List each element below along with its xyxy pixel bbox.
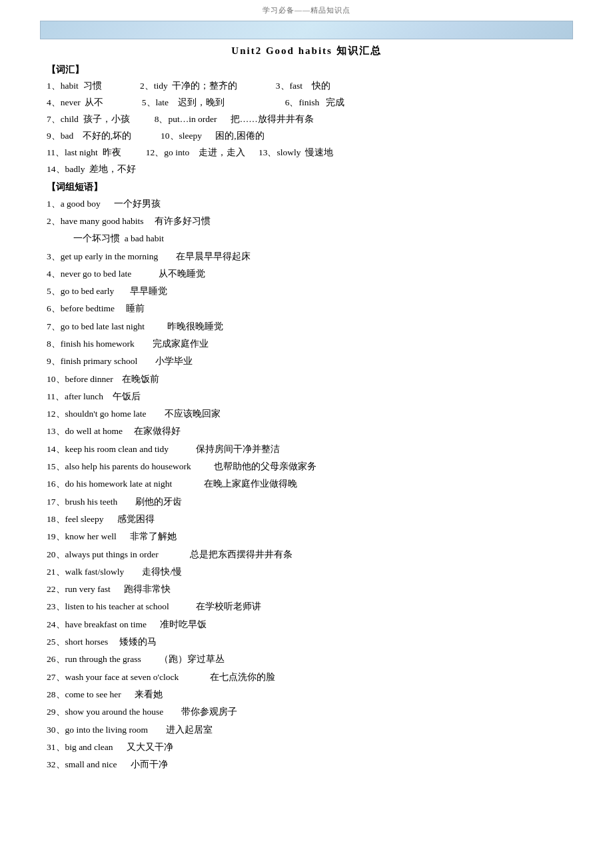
vocab-en: fast <box>290 81 303 91</box>
phrase-zh: 非常了解她 <box>130 531 177 541</box>
vocab-en: go into <box>164 147 189 157</box>
phrase-zh: 总是把东西摆得井井有条 <box>190 549 293 559</box>
phrase-num: 1、 <box>47 199 61 209</box>
phrase-26: 26、run through the grass （跑）穿过草丛 <box>47 651 566 667</box>
vocab-en: child <box>61 114 79 124</box>
phrase-zh: 小学毕业 <box>155 356 193 366</box>
phrase-9: 9、finish primary school 小学毕业 <box>47 353 566 369</box>
vocab-zh: 干净的；整齐的 <box>172 81 237 91</box>
phrase-en: do well at home <box>65 426 123 436</box>
vocab-num: 6、 <box>285 97 299 107</box>
phrase-25: 25、short horses 矮矮的马 <box>47 634 566 650</box>
vocab-en: badly <box>65 164 85 174</box>
phrase-29: 29、show you around the house 带你参观房子 <box>47 704 566 720</box>
phrase-en: brush his teeth <box>65 497 118 507</box>
phrase-8: 8、finish his homework 完成家庭作业 <box>47 336 566 352</box>
phrase-en: a bad habit <box>125 233 164 243</box>
phrase-num: 8、 <box>47 339 61 349</box>
vocab-row-5: 11、last night 昨夜 12、go into 走进，走入 13、slo… <box>47 145 566 161</box>
vocab-en: late <box>156 97 169 107</box>
phrase-zh: 午饭后 <box>113 391 141 401</box>
vocab-zh: 走进，走入 <box>199 147 245 157</box>
vocab-zh: 差地，不好 <box>89 164 136 174</box>
phrase-en: run through the grass <box>65 654 141 664</box>
phrase-num: 7、 <box>47 321 61 331</box>
vocab-zh: 把……放得井井有条 <box>231 114 314 124</box>
phrase-zh: 走得快/慢 <box>142 567 182 577</box>
phrase-en: know her well <box>65 531 117 541</box>
phrase-zh: （跑）穿过草丛 <box>159 654 225 664</box>
phrase-en: a good boy <box>61 199 101 209</box>
vocab-en: never <box>61 97 81 107</box>
phrase-num: 28、 <box>47 689 65 699</box>
vocab-num: 1、 <box>47 81 61 91</box>
phrase-en: have breakfast on time <box>65 619 147 629</box>
phrase-en: run very fast <box>65 584 111 594</box>
vocab-row-1: 1、habit 习惯 2、tidy 干净的；整齐的 3、fast 快的 <box>47 79 566 94</box>
phrase-en: before dinner <box>65 374 113 384</box>
phrase-18: 18、feel sleepy 感觉困得 <box>47 511 566 527</box>
phrase-num: 15、 <box>47 461 65 471</box>
phrase-zh: 带你参观房子 <box>181 707 237 717</box>
phrase-zh: 小而干净 <box>131 759 168 769</box>
phrase-num: 5、 <box>47 286 61 296</box>
vocab-zh: 从不 <box>85 97 103 107</box>
phrase-num: 25、 <box>47 637 65 647</box>
vocab-num: 7、 <box>47 114 61 124</box>
phrase-num: 31、 <box>47 742 65 752</box>
vocab-num: 14、 <box>47 164 65 174</box>
phrase-en: short horses <box>65 637 109 647</box>
phrase-en: show you around the house <box>65 707 164 717</box>
phrase-30: 30、go into the living room 进入起居室 <box>47 722 566 738</box>
watermark: 学习必备——精品知识点 <box>0 0 613 18</box>
phrase-zh: 保持房间干净并整洁 <box>196 444 280 454</box>
phrase-24: 24、have breakfast on time 准时吃早饭 <box>47 617 566 633</box>
phrase-num: 23、 <box>47 601 65 611</box>
phrase-num: 19、 <box>47 531 65 541</box>
vocab-zh: 快的 <box>312 81 330 91</box>
phrase-num: 32、 <box>47 759 65 769</box>
phrase-27: 27、wash your face at seven o'clock 在七点洗你… <box>47 669 566 685</box>
phrase-14: 14、keep his room clean and tidy 保持房间干净并整… <box>47 441 566 457</box>
phrase-en: finish primary school <box>61 356 137 366</box>
phrase-en: come to see her <box>65 689 121 699</box>
phrase-10: 10、before dinner 在晚饭前 <box>47 371 566 387</box>
phrase-num: 24、 <box>47 619 65 629</box>
vocab-num: 4、 <box>47 97 61 107</box>
phrase-zh: 进入起居室 <box>166 725 213 735</box>
phrase-22: 22、run very fast 跑得非常快 <box>47 581 566 597</box>
phrase-zh: 在晚上家庭作业做得晚 <box>204 479 297 489</box>
phrase-en: never go to bed late <box>61 269 131 279</box>
vocab-en: slowly <box>277 147 301 157</box>
phrase-zh: 一个好男孩 <box>114 199 161 209</box>
phrase-num: 3、 <box>47 251 61 261</box>
vocab-row-4: 9、bad 不好的,坏的 10、sleepy 困的,困倦的 <box>47 129 566 144</box>
phrase-4: 4、never go to bed late 从不晚睡觉 <box>47 266 566 282</box>
phrase-13: 13、do well at home 在家做得好 <box>47 423 566 439</box>
vocab-zh: 习惯 <box>83 81 102 91</box>
phrase-zh: 完成家庭作业 <box>153 339 209 349</box>
phrase-num: 4、 <box>47 269 61 279</box>
phrase-num: 26、 <box>47 654 65 664</box>
vocab-en: put…in order <box>168 114 217 124</box>
phrase-en: walk fast/slowly <box>65 567 125 577</box>
phrase-num: 21、 <box>47 567 65 577</box>
phrase-31: 31、big and clean 又大又干净 <box>47 739 566 755</box>
phrase-2b: 一个坏习惯 a bad habit <box>73 231 566 247</box>
phrase-2: 2、have many good habits 有许多好习惯 <box>47 213 566 229</box>
phrase-num: 29、 <box>47 707 65 717</box>
vocab-en: finish <box>299 97 319 107</box>
phrase-zh: 在七点洗你的脸 <box>210 672 275 682</box>
phrase-zh: 矮矮的马 <box>119 637 157 647</box>
phrase-en: go to bed late last night <box>61 321 145 331</box>
vocab-zh: 迟到，晚到 <box>178 97 225 107</box>
phrase-zh: 感觉困得 <box>117 514 155 524</box>
phrase-7: 7、go to bed late last night 昨晚很晚睡觉 <box>47 319 566 335</box>
phrase-zh: 在晚饭前 <box>122 374 159 384</box>
vocab-en: sleepy <box>179 131 203 141</box>
phrase-num: 20、 <box>47 549 65 559</box>
page-wrapper: 学习必备——精品知识点 Unit2 Good habits 知识汇总 【词汇】 … <box>0 0 613 868</box>
vocab-zh: 困的,困倦的 <box>215 131 264 141</box>
phrase-en: get up early in the morning <box>61 251 159 261</box>
phrase-num: 12、 <box>47 409 65 419</box>
